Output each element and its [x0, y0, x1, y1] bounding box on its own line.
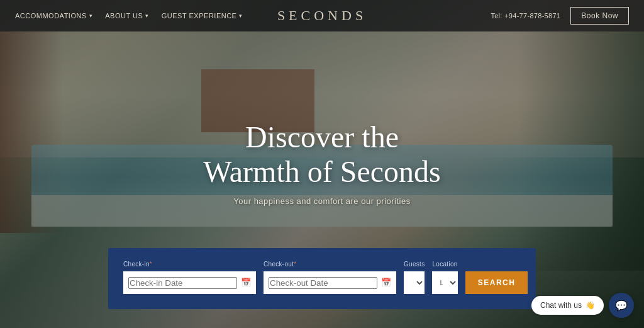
location-field: Location Location Colombo Kandy Galle Ne…	[432, 261, 457, 294]
checkout-field: Check-out* 📅	[264, 261, 396, 294]
checkin-label: Check-in*	[123, 261, 256, 268]
nav-accommodations-label: ACCOMMODATIONS	[15, 12, 87, 20]
hero-title-line1: Discover the	[245, 120, 399, 153]
guests-select[interactable]: 1 2 3 4 5 6	[404, 271, 425, 294]
main-nav: ACCOMMODATIONS ▾ ABOUT US ▾ GUEST EXPERI…	[15, 12, 243, 20]
checkout-input-wrapper[interactable]: 📅	[264, 271, 396, 294]
checkin-input-wrapper[interactable]: 📅	[123, 271, 256, 294]
location-select[interactable]: Location Colombo Kandy Galle Negombo	[432, 271, 457, 294]
chevron-down-icon: ▾	[89, 13, 93, 19]
chat-open-button[interactable]: 💬	[609, 293, 634, 318]
chat-label: Chat with us	[540, 301, 582, 310]
book-now-button[interactable]: Book Now	[570, 7, 629, 25]
search-button[interactable]: SEARCH	[465, 271, 528, 294]
checkin-field: Check-in* 📅	[123, 261, 256, 294]
checkin-input[interactable]	[128, 277, 237, 289]
guests-label: Guests	[404, 261, 425, 268]
hero-title-line2: Warmth of Seconds	[203, 154, 440, 188]
nav-guest-experience[interactable]: GUEST EXPERIENCE ▾	[162, 12, 243, 20]
chat-widget: Chat with us 👋 💬	[531, 293, 634, 318]
site-logo: SECONDS	[277, 8, 367, 24]
nav-about-us[interactable]: ABOUT US ▾	[105, 12, 149, 20]
nav-accommodations[interactable]: ACCOMMODATIONS ▾	[15, 12, 92, 20]
calendar-icon: 📅	[381, 278, 391, 288]
header-right: Tel: +94-77-878-5871 Book Now	[491, 7, 629, 25]
header: ACCOMMODATIONS ▾ ABOUT US ▾ GUEST EXPERI…	[0, 0, 644, 31]
wave-icon: 👋	[586, 301, 595, 310]
hero-subtitle: Your happiness and comfort are our prior…	[102, 196, 542, 205]
guests-field: Guests 1 2 3 4 5 6	[404, 261, 425, 294]
hero-title: Discover the Warmth of Seconds	[102, 119, 542, 188]
phone-number: Tel: +94-77-878-5871	[491, 12, 560, 20]
calendar-icon: 📅	[241, 278, 251, 288]
chevron-down-icon: ▾	[239, 13, 243, 19]
checkout-label: Check-out*	[264, 261, 396, 268]
location-label: Location	[432, 261, 457, 268]
chat-bubble[interactable]: Chat with us 👋	[531, 296, 604, 315]
checkout-input[interactable]	[269, 277, 377, 289]
booking-fields: Check-in* 📅 Check-out* 📅 Guests 1 2 3	[123, 261, 521, 294]
nav-guest-experience-label: GUEST EXPERIENCE	[162, 12, 237, 20]
chevron-down-icon: ▾	[145, 13, 149, 19]
booking-bar: Check-in* 📅 Check-out* 📅 Guests 1 2 3	[108, 248, 536, 309]
nav-about-us-label: ABOUT US	[105, 12, 143, 20]
hero-content: Discover the Warmth of Seconds Your happ…	[102, 119, 542, 205]
chat-message-icon: 💬	[615, 300, 628, 312]
